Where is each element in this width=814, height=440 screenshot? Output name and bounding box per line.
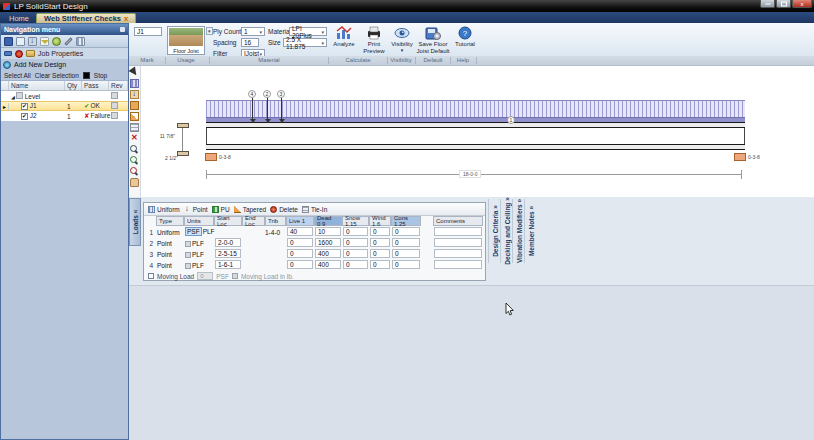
- zoom-out-icon[interactable]: [130, 156, 137, 163]
- pan-icon[interactable]: [130, 178, 139, 187]
- col-dead[interactable]: Dead 0.9: [314, 216, 342, 226]
- pointer-icon[interactable]: [130, 68, 139, 77]
- plf-checkbox[interactable]: [185, 263, 191, 269]
- tree-row-j1[interactable]: ▸ J1 1 OK: [1, 101, 128, 111]
- spacing-input[interactable]: 16: [241, 38, 259, 47]
- moving-load-input[interactable]: 0: [197, 272, 213, 280]
- start-loc-input[interactable]: 2-5-15: [215, 249, 241, 258]
- maximize-button[interactable]: [776, 0, 791, 8]
- zoom-window-icon[interactable]: [130, 167, 137, 174]
- tab-home[interactable]: Home: [2, 13, 36, 23]
- left-support[interactable]: [205, 153, 217, 161]
- email-icon[interactable]: [40, 37, 49, 46]
- col-snow[interactable]: Snow 1.15: [342, 216, 369, 226]
- point-load-arrow[interactable]: [281, 97, 282, 119]
- dead-input[interactable]: 400: [315, 260, 341, 269]
- col-wind[interactable]: Wind 1.6: [369, 216, 391, 226]
- tapered-load-icon[interactable]: [130, 112, 139, 121]
- moving-load-checkbox[interactable]: [148, 273, 154, 279]
- tapered-load-button[interactable]: Tapered: [234, 206, 267, 213]
- col-live[interactable]: Live 1: [286, 216, 314, 226]
- dead-input[interactable]: 400: [315, 249, 341, 258]
- beam-drawing-area[interactable]: 4 2 3 1 0-3-8 0-3-8 11 7/8" 2 1/2" 18-0-…: [129, 66, 814, 197]
- comments-input[interactable]: [434, 227, 482, 236]
- save-floor-joist-default-button[interactable]: Save Floor Joist Default: [416, 26, 450, 57]
- plf-checkbox[interactable]: [185, 252, 191, 258]
- add-new-design-row[interactable]: Add New Design: [1, 59, 128, 70]
- snow-input[interactable]: 0: [343, 238, 368, 247]
- point-load-tag[interactable]: 4: [248, 90, 256, 98]
- dead-input[interactable]: 10: [315, 227, 341, 236]
- size-select[interactable]: 2.5 X 11.875▾: [283, 38, 327, 47]
- j1-checkbox[interactable]: [21, 103, 28, 110]
- live-input[interactable]: 0: [287, 260, 313, 269]
- snow-input[interactable]: 0: [343, 260, 368, 269]
- units-cell[interactable]: PLF: [185, 261, 204, 270]
- snow-input[interactable]: 0: [343, 249, 368, 258]
- live-input[interactable]: 0: [287, 238, 313, 247]
- columns-icon[interactable]: [76, 37, 85, 46]
- rev-checkbox[interactable]: [111, 112, 118, 119]
- tab-web-stiffener-checks[interactable]: Web Stiffener Checks x: [36, 13, 136, 23]
- select-all-link[interactable]: Select All: [4, 72, 31, 79]
- start-loc-input[interactable]: 2-0-0: [215, 238, 241, 247]
- right-support[interactable]: [734, 153, 746, 161]
- analyze-button[interactable]: Analyze: [330, 26, 358, 57]
- live-input[interactable]: 40: [287, 227, 313, 236]
- tree-row-j2[interactable]: J2 1 Failure: [1, 111, 128, 121]
- export-icon[interactable]: [16, 37, 25, 46]
- point-load-tag[interactable]: 2: [263, 90, 271, 98]
- point-load-button[interactable]: Point: [184, 206, 208, 213]
- uniform-load-button[interactable]: Uniform: [148, 206, 180, 213]
- point-load-arrow[interactable]: [267, 97, 268, 119]
- close-button[interactable]: [792, 0, 812, 8]
- point-load-tag[interactable]: 3: [277, 90, 285, 98]
- pu-load-icon[interactable]: [130, 101, 139, 110]
- tab-vibration-modifiers[interactable]: Vibration Modifiers »: [512, 199, 524, 263]
- delete-load-button[interactable]: Delete: [270, 206, 298, 213]
- cons-input[interactable]: 0: [392, 249, 420, 258]
- comments-input[interactable]: [434, 238, 482, 247]
- usage-dropdown-icon[interactable]: ▾: [206, 27, 213, 35]
- tab-close-icon[interactable]: x: [124, 14, 128, 23]
- snow-input[interactable]: 0: [343, 227, 368, 236]
- wind-input[interactable]: 0: [370, 260, 390, 269]
- tutorial-button[interactable]: ? Tutorial: [451, 26, 479, 57]
- j2-checkbox[interactable]: [21, 113, 28, 120]
- cons-input[interactable]: 0: [392, 238, 420, 247]
- minimize-button[interactable]: [760, 0, 775, 8]
- mark-input[interactable]: J1: [134, 27, 162, 36]
- rev-checkbox[interactable]: [111, 92, 118, 99]
- col-units[interactable]: Units: [184, 216, 214, 226]
- wind-input[interactable]: 0: [370, 238, 390, 247]
- col-comments[interactable]: Comments: [433, 216, 483, 226]
- save-icon[interactable]: [4, 37, 13, 46]
- tab-member-notes[interactable]: Member Notes »: [524, 199, 536, 263]
- col-end[interactable]: End Loc: [242, 216, 265, 226]
- point-load-arrow[interactable]: [252, 97, 253, 119]
- plf-checkbox[interactable]: [185, 241, 191, 247]
- wind-input[interactable]: 0: [370, 227, 390, 236]
- folder-icon[interactable]: [26, 50, 35, 57]
- comments-input[interactable]: [434, 260, 482, 269]
- live-input[interactable]: 0: [287, 249, 313, 258]
- units-toggle[interactable]: PSFPLF: [185, 227, 215, 236]
- tree-row-level[interactable]: ◢ Level: [1, 91, 128, 101]
- start-loc-input[interactable]: 1-6-1: [215, 260, 241, 269]
- units-cell[interactable]: PLF: [185, 239, 204, 248]
- moving-load-lb-checkbox[interactable]: [232, 273, 238, 279]
- print-preview-button[interactable]: Print Preview: [360, 26, 388, 57]
- cons-input[interactable]: 0: [392, 227, 420, 236]
- job-properties-link[interactable]: Job Properties: [38, 50, 83, 57]
- expander-icon[interactable]: ◢: [11, 94, 15, 100]
- tab-design-criteria[interactable]: Design Criteria »: [488, 199, 500, 263]
- col-trib[interactable]: Trib: [265, 216, 286, 226]
- tie-in-button[interactable]: Tie-In: [302, 206, 327, 213]
- stop-color-swatch[interactable]: [83, 72, 90, 79]
- wind-input[interactable]: 0: [370, 249, 390, 258]
- zoom-in-icon[interactable]: [130, 145, 137, 152]
- cons-input[interactable]: 0: [392, 260, 420, 269]
- pu-load-button[interactable]: PU: [212, 206, 230, 213]
- uniform-load-tag[interactable]: 1: [507, 116, 515, 124]
- clear-selection-link[interactable]: Clear Selection: [35, 72, 79, 79]
